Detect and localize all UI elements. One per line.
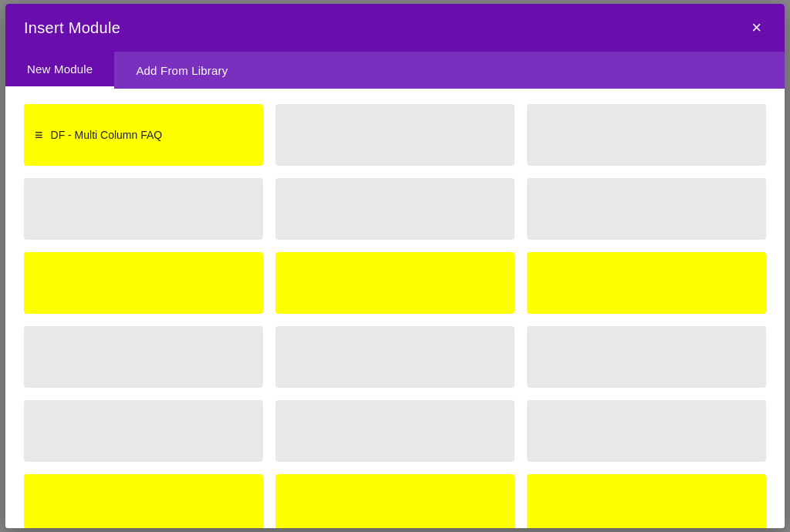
menu-icon: ≡ (35, 128, 43, 142)
close-button[interactable]: × (747, 18, 766, 38)
module-card-18[interactable] (527, 474, 766, 528)
module-card-3[interactable] (527, 104, 766, 166)
module-card-8[interactable] (275, 252, 515, 314)
modal-title: Insert Module (24, 19, 120, 37)
insert-module-modal: Insert Module × New Module Add From Libr… (5, 4, 785, 528)
module-card-4[interactable] (24, 178, 263, 240)
module-card-1[interactable]: ≡DF - Multi Column FAQ (24, 104, 263, 166)
module-card-17[interactable] (275, 474, 515, 528)
modal-tabs: New Module Add From Library (5, 52, 785, 89)
module-card-5[interactable] (275, 178, 515, 240)
module-card-16[interactable] (24, 474, 263, 528)
module-card-6[interactable] (527, 178, 766, 240)
modal-overlay: Insert Module × New Module Add From Libr… (0, 0, 790, 532)
module-grid: ≡DF - Multi Column FAQ (24, 104, 766, 528)
module-card-10[interactable] (24, 326, 263, 388)
modal-body: ≡DF - Multi Column FAQ (5, 89, 785, 528)
module-card-11[interactable] (275, 326, 515, 388)
tab-new-module[interactable]: New Module (5, 52, 114, 89)
module-card-label: DF - Multi Column FAQ (51, 129, 163, 141)
module-card-7[interactable] (24, 252, 263, 314)
module-card-14[interactable] (275, 400, 515, 462)
modal-header: Insert Module × (5, 4, 785, 52)
module-card-13[interactable] (24, 400, 263, 462)
tab-add-from-library[interactable]: Add From Library (114, 52, 249, 89)
module-card-12[interactable] (527, 326, 766, 388)
module-card-15[interactable] (527, 400, 766, 462)
module-card-9[interactable] (527, 252, 766, 314)
module-card-2[interactable] (275, 104, 515, 166)
